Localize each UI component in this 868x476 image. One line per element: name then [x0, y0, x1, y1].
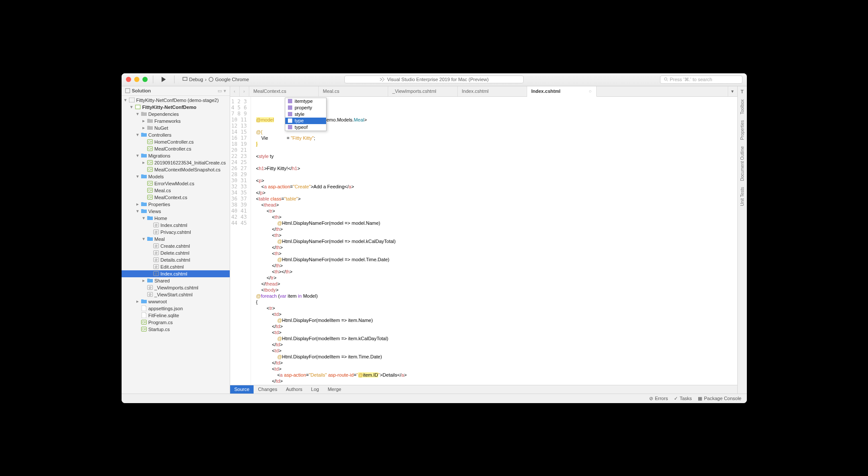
bottom-tab-merge[interactable]: Merge — [323, 385, 346, 394]
intellisense-label: style — [295, 111, 305, 118]
editor-tab[interactable]: Index.cshtml — [458, 86, 527, 96]
tree-item[interactable]: @Index.cshtml — [122, 270, 230, 277]
svg-rect-0 — [183, 77, 187, 80]
tree-item[interactable]: ▸Shared — [122, 277, 230, 284]
tree-item[interactable]: ▾Views — [122, 208, 230, 215]
tab-label: Index.cshtml — [531, 89, 561, 94]
disclosure-none — [148, 265, 152, 269]
tree-item[interactable]: @Edit.cshtml — [122, 263, 230, 270]
close-icon[interactable] — [126, 77, 131, 82]
rail-unit-tests[interactable]: Unit Tests — [739, 186, 746, 207]
tree-item[interactable]: ▾Dependencies — [122, 111, 230, 118]
sidebar-undock-icon[interactable]: ▭ — [218, 88, 222, 94]
intellisense-item[interactable]: type — [285, 118, 326, 124]
tree-item[interactable]: ▸wwwroot — [122, 298, 230, 305]
chevron-down-icon[interactable]: ▾ — [142, 237, 146, 241]
tree-item[interactable]: ▾Migrations — [122, 152, 230, 159]
tree-item[interactable]: @_ViewImports.cshtml — [122, 284, 230, 291]
tree-item-label: FittyKitty-NetConfDemo — [142, 105, 197, 110]
tree-item[interactable]: C#Startup.cs — [122, 326, 230, 333]
tree-item[interactable]: FitFeline.sqlite — [122, 312, 230, 319]
nav-forward-button[interactable]: › — [240, 86, 249, 96]
error-icon: ⊘ — [649, 396, 653, 401]
config-selector[interactable]: Debug › Google Chrome — [180, 76, 252, 83]
chevron-right-icon[interactable]: ▸ — [142, 279, 146, 283]
code-editor[interactable]: 1 2 3 4 5 6 7 8 9 10 11 12 13 14 15 16 1… — [230, 97, 737, 385]
status-package-console[interactable]: ▦Package Console — [698, 396, 741, 401]
tree-item[interactable]: ▾FittyKitty-NetConfDemo — [122, 104, 230, 111]
chevron-right-icon[interactable]: ▸ — [142, 119, 146, 123]
rail-toolbox[interactable]: Toolbox — [739, 98, 746, 115]
folder-icon — [141, 132, 147, 138]
disclosure-none — [142, 286, 146, 290]
tree-item[interactable]: ▾Meal — [122, 236, 230, 243]
bottom-tab-source[interactable]: Source — [230, 385, 254, 394]
tree-item[interactable]: @Details.cshtml — [122, 256, 230, 263]
chevron-down-icon[interactable]: ▾ — [135, 209, 140, 213]
rail-properties[interactable]: Properties — [739, 119, 746, 141]
tree-item[interactable]: ▾Models — [122, 173, 230, 180]
tree-item[interactable]: C#Meal.cs — [122, 187, 230, 194]
run-button[interactable] — [158, 76, 169, 83]
tree-item[interactable]: ▸NuGet — [122, 125, 230, 131]
intellisense-item[interactable]: itemtype — [285, 98, 326, 105]
chevron-right-icon[interactable]: ▸ — [135, 299, 140, 304]
chevron-down-icon[interactable]: ▾ — [135, 174, 140, 179]
solution-icon — [125, 88, 130, 93]
tree-item[interactable]: ▾Home — [122, 215, 230, 222]
chevron-right-icon[interactable]: ▸ — [135, 202, 140, 207]
tree-item[interactable]: C#HomeController.cs — [122, 138, 230, 145]
nav-back-button[interactable]: ‹ — [230, 86, 240, 96]
tree-item[interactable]: C#MealContextModelSnapshot.cs — [122, 166, 230, 173]
chevron-right-icon[interactable]: ▸ — [142, 161, 146, 165]
tab-close-icon[interactable]: ○ — [589, 89, 592, 94]
global-search[interactable]: Press '⌘.' to search — [660, 76, 743, 84]
tree-item[interactable]: C#ErrorViewModel.cs — [122, 180, 230, 187]
editor-tab[interactable]: Meal.cs — [319, 86, 388, 96]
chevron-down-icon[interactable]: ▾ — [135, 133, 140, 137]
tree-item-label: HomeController.cs — [155, 139, 194, 144]
tree-item[interactable]: appsettings.json — [122, 305, 230, 312]
tree-item[interactable]: C#MealContext.cs — [122, 194, 230, 201]
status-errors[interactable]: ⊘Errors — [649, 396, 668, 401]
chevron-down-icon[interactable]: ▾ — [135, 154, 140, 158]
disclosure-none — [142, 140, 146, 144]
intellisense-item[interactable]: typeof — [285, 124, 326, 131]
tree-item[interactable]: @Privacy.cshtml — [122, 229, 230, 236]
solution-tree[interactable]: ▾FittyKitty-NetConfDemo (demo-stage2)▾Fi… — [122, 96, 230, 394]
code-content[interactable]: itemtypepropertystyletypetypeof @model t… — [251, 97, 737, 385]
bottom-tab-log[interactable]: Log — [307, 385, 323, 394]
chevron-down-icon[interactable]: ▾ — [135, 112, 140, 116]
tree-item[interactable]: ▾FittyKitty-NetConfDemo (demo-stage2) — [122, 97, 230, 104]
tab-overflow-button[interactable]: ▾ — [728, 86, 737, 96]
tree-item[interactable]: @Create.cshtml — [122, 243, 230, 249]
editor-tab[interactable]: _ViewImports.cshtml — [388, 86, 458, 96]
editor-tab[interactable]: Index.cshtml○ — [527, 86, 597, 97]
status-tasks[interactable]: ✓Tasks — [674, 396, 692, 401]
rail-document-outline[interactable]: Document Outline — [739, 145, 746, 182]
tree-item[interactable]: ▸C#20190916223534_InitialCreate.cs — [122, 159, 230, 166]
tree-item[interactable]: @Delete.cshtml — [122, 249, 230, 256]
tree-item[interactable]: C#MealController.cs — [122, 145, 230, 152]
maximize-icon[interactable] — [142, 77, 148, 82]
tree-item[interactable]: ▾Controllers — [122, 131, 230, 138]
intellisense-popup[interactable]: itemtypepropertystyletypetypeof — [285, 98, 327, 131]
bottom-tab-authors[interactable]: Authors — [281, 385, 307, 394]
tree-item[interactable]: ▸Frameworks — [122, 118, 230, 125]
tree-item[interactable]: ▸Properties — [122, 201, 230, 208]
toolbox-icon[interactable]: T — [741, 89, 744, 94]
chevron-down-icon[interactable]: ▾ — [123, 98, 128, 102]
tree-item[interactable]: C#Program.cs — [122, 319, 230, 326]
minimize-icon[interactable] — [134, 77, 139, 82]
disclosure-none — [135, 327, 140, 332]
chevron-right-icon[interactable]: ▸ — [142, 126, 146, 130]
chevron-down-icon[interactable]: ▾ — [142, 216, 146, 220]
tree-item[interactable]: @Index.cshtml — [122, 222, 230, 229]
intellisense-item[interactable]: property — [285, 105, 326, 111]
editor-tab[interactable]: MealContext.cs — [249, 86, 319, 96]
sidebar-options-icon[interactable]: ▾ — [224, 88, 226, 94]
bottom-tab-changes[interactable]: Changes — [254, 385, 281, 394]
intellisense-item[interactable]: style — [285, 111, 326, 118]
chevron-down-icon[interactable]: ▾ — [129, 105, 134, 109]
tree-item[interactable]: @_ViewStart.cshtml — [122, 291, 230, 298]
